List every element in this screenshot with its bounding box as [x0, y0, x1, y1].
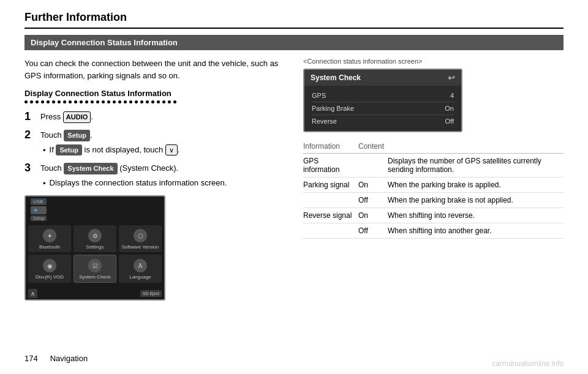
footer-label: Navigation — [50, 354, 88, 363]
table-cell-reverse-off-info — [303, 223, 358, 239]
syscheck-cell-label: System Check — [79, 274, 111, 280]
step-3: 3 Touch System Check (System Check). • D… — [24, 162, 285, 189]
screen-arrow-up: ∧ — [28, 289, 37, 298]
usb-label: USB — [31, 198, 47, 205]
table-cell-gps-content — [358, 154, 388, 178]
page-footer: 174 Navigation — [24, 354, 88, 363]
table-row-reverse-off: Off When shifting into another gear. — [303, 223, 564, 239]
dot-divider — [24, 100, 285, 103]
audio-key: AUDIO — [63, 111, 91, 123]
table-cell-parking-on-desc: When the parking brake is applied. — [388, 178, 564, 193]
bullet-icon: • — [43, 144, 46, 157]
screen-cell-bluetooth: ✦ Bluetooth — [28, 225, 71, 252]
right-column: <Connection status information screen> S… — [303, 58, 564, 301]
col-header-info: Information — [303, 140, 358, 154]
step-3-subbullet: • Displays the connection status informa… — [43, 177, 227, 190]
sys-check-back-icon: ↩ — [448, 73, 455, 83]
step-1-content: Press AUDIO. — [40, 111, 93, 123]
sys-check-row-reverse: Reverse Off — [312, 115, 454, 127]
table-row-parking-off: Off When the parking brake is not applie… — [303, 193, 564, 208]
setup-label: Setup — [31, 215, 47, 221]
screen-cell-settings: ⚙ Settings — [74, 225, 116, 252]
table-cell-reverse-off-content: Off — [358, 223, 388, 239]
table-row-gps: GPS information Displays the number of G… — [303, 154, 564, 178]
info-table: Information Content GPS information Disp… — [303, 140, 564, 239]
screen-grid-row2: ◉ Disc(R) VOD ☑ System Check A Language — [28, 255, 162, 283]
table-cell-parking-on-content: On — [358, 178, 388, 193]
language-cell-icon: A — [134, 259, 147, 272]
syscheck-cell-icon: ☑ — [88, 259, 102, 272]
two-col-layout: You can check the connection between the… — [24, 58, 564, 301]
step-3-number: 3 — [24, 162, 36, 174]
table-cell-reverse-info: Reverse signal — [303, 208, 358, 223]
software-cell-icon: ⬡ — [134, 229, 147, 242]
system-check-tag: System Check — [64, 163, 117, 174]
sd-eject-btn: SD Eject — [140, 290, 162, 297]
screen-grid-row1: ✦ Bluetooth ⚙ Settings ⬡ Software Versio… — [28, 225, 162, 252]
table-cell-reverse-off-desc: When shifting into another gear. — [388, 223, 564, 239]
step-3-sub-text: Displays the connection status informati… — [50, 177, 227, 190]
bluetooth-cell-icon: ✦ — [43, 229, 56, 242]
sys-check-title: System Check — [311, 73, 361, 82]
screen-cell-disc: ◉ Disc(R) VOD — [28, 255, 71, 283]
setup-tag: Setup — [64, 130, 90, 141]
language-cell-label: Language — [129, 274, 151, 280]
step-2-sub-text: If Setup is not displayed, touch ∨. — [50, 144, 180, 157]
reverse-label: Reverse — [312, 118, 337, 125]
table-cell-parking-off-desc: When the parking brake is not applied. — [388, 193, 564, 208]
setup-tag-sub: Setup — [56, 144, 82, 156]
step-2-content: Touch Setup. • If Setup is not displayed… — [40, 129, 179, 156]
screen-cell-syscheck: ☑ System Check — [74, 255, 116, 283]
step-2: 2 Touch Setup. • If Setup is not display… — [24, 129, 285, 156]
reverse-value: Off — [445, 118, 454, 125]
step-1-number: 1 — [24, 111, 36, 123]
col-header-desc — [388, 140, 564, 154]
table-cell-gps-desc: Displays the number of GPS satellites cu… — [388, 154, 564, 178]
col-header-content: Content — [358, 140, 388, 154]
disc-cell-icon: ◉ — [43, 259, 56, 272]
step-2-number: 2 — [24, 129, 36, 141]
table-row-parking-on: Parking signal On When the parking brake… — [303, 178, 564, 193]
table-cell-parking-off-info — [303, 193, 358, 208]
bullet-icon-2: • — [43, 178, 46, 190]
screen-caption: <Connection status information screen> — [303, 58, 564, 65]
settings-cell-label: Settings — [86, 244, 104, 250]
sys-check-screen: System Check ↩ GPS 4 Parking Brake On Re… — [303, 69, 462, 132]
table-cell-parking-info: Parking signal — [303, 178, 358, 193]
gps-label: GPS — [312, 92, 326, 99]
table-cell-reverse-on-desc: When shifting into reverse. — [388, 208, 564, 223]
sys-check-rows: GPS 4 Parking Brake On Reverse Off — [304, 86, 461, 131]
page-container: Further Information Display Connection S… — [0, 0, 588, 325]
step-1: 1 Press AUDIO. — [24, 111, 285, 123]
sys-check-row-parking: Parking Brake On — [312, 102, 454, 115]
step-2-subbullet: • If Setup is not displayed, touch ∨. — [43, 144, 179, 157]
table-cell-gps-info: GPS information — [303, 154, 358, 178]
screen-top-bar: USB ✦ Setup — [26, 196, 164, 223]
watermark: carmanualsonline.info — [492, 359, 564, 368]
disc-cell-label: Disc(R) VOD — [36, 274, 64, 280]
steps-list: 1 Press AUDIO. 2 Touch Setup. • If Setup… — [24, 111, 285, 189]
page-title: Further Information — [24, 11, 564, 29]
chevron-btn: ∨ — [165, 144, 178, 156]
screen-bottom-row: ∧ SD Eject — [26, 288, 164, 299]
table-cell-reverse-on-content: On — [358, 208, 388, 223]
settings-cell-icon: ⚙ — [88, 229, 102, 242]
parking-value: On — [445, 105, 454, 112]
table-cell-parking-off-content: Off — [358, 193, 388, 208]
step-3-content: Touch System Check (System Check). • Dis… — [40, 162, 227, 189]
bluetooth-icon: ✦ — [31, 206, 47, 214]
sys-check-row-gps: GPS 4 — [312, 89, 454, 102]
left-column: You can check the connection between the… — [24, 58, 285, 301]
screen-mockup: USB ✦ Setup ✦ Bluetooth ⚙ Settings — [24, 195, 165, 301]
screen-grid-container: ✦ Bluetooth ⚙ Settings ⬡ Software Versio… — [26, 223, 164, 288]
intro-text: You can check the connection between the… — [24, 58, 285, 81]
bluetooth-cell-label: Bluetooth — [39, 244, 60, 250]
table-row-reverse-on: Reverse signal On When shifting into rev… — [303, 208, 564, 223]
software-cell-label: Software Version — [122, 244, 159, 250]
subsection-title: Display Connection Status Information — [24, 89, 285, 98]
screen-cell-language: A Language — [119, 255, 162, 283]
section-banner: Display Connection Status Information — [24, 35, 564, 50]
screen-cell-software: ⬡ Software Version — [119, 225, 162, 252]
gps-value: 4 — [450, 92, 454, 99]
parking-label: Parking Brake — [312, 105, 354, 112]
